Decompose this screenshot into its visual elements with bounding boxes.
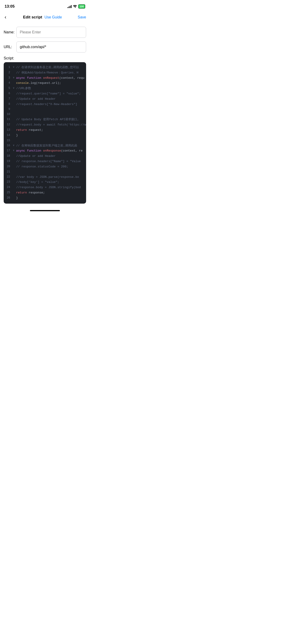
line-code: //var body = JSON.parse(response.bo	[16, 175, 86, 180]
code-line: 3∨async function onRequest(context, requ	[4, 76, 86, 81]
line-number: 2	[4, 70, 13, 75]
line-code: return request;	[16, 128, 86, 133]
code-line: 20 // response.statusCode = 200;	[4, 164, 86, 170]
code-line: 11 // Update Body 使用fetch API请求接口,	[4, 117, 86, 122]
url-label: URL:	[4, 45, 16, 49]
line-code: //Update or add Header	[16, 154, 86, 159]
line-code: async function onResponse(context, re	[16, 148, 86, 154]
line-number: 11	[4, 117, 13, 122]
url-input[interactable]	[16, 42, 86, 52]
line-toggle[interactable]: ∨	[13, 76, 16, 80]
code-line: 16∨// 在将响应数据发送到客户端之前,调用此函	[4, 143, 86, 148]
code-line: 7 //Update or add Header	[4, 96, 86, 102]
back-button[interactable]: ‹	[4, 13, 7, 21]
code-line: 5∨ //URL参数	[4, 86, 86, 91]
line-number: 20	[4, 164, 13, 169]
form-section: Name: URL: Script:	[0, 24, 90, 60]
code-line: 22 //var body = JSON.parse(response.bo	[4, 174, 86, 180]
code-content: 1∨// 在请求到达服务器之前,调用此函数,您可以2// 例如Add/Updat…	[4, 62, 86, 204]
code-line: 26}	[4, 196, 86, 201]
line-code: //request.queries["name"] = "value";	[16, 92, 86, 96]
use-guide-link[interactable]: Use Guide	[44, 15, 62, 19]
nav-center: Edit script Use Guide	[7, 15, 78, 20]
line-number: 26	[4, 196, 13, 200]
code-line: 12 //request.body = await fetch('https:/…	[4, 122, 86, 128]
line-toggle[interactable]: ∨	[13, 65, 16, 69]
line-code: console.log(request.url);	[16, 81, 86, 86]
line-number: 18	[4, 154, 13, 158]
code-line: 21	[4, 170, 86, 174]
line-code: // 例如Add/Update/Remove：Queries、H	[16, 70, 86, 75]
line-number: 24	[4, 185, 13, 190]
code-line: 19 // response.headers["Name"] = "Value	[4, 159, 86, 164]
line-number: 15	[4, 138, 13, 143]
code-editor[interactable]: 1∨// 在请求到达服务器之前,调用此函数,您可以2// 例如Add/Updat…	[4, 62, 86, 204]
line-number: 4	[4, 81, 13, 85]
url-row: URL:	[4, 42, 86, 52]
code-line: 13 return request;	[4, 128, 86, 133]
script-label: Script:	[4, 56, 86, 60]
code-line: 10	[4, 112, 86, 117]
line-number: 16	[4, 144, 13, 148]
line-code: return response;	[16, 190, 86, 195]
name-input[interactable]	[16, 27, 86, 38]
line-number: 9	[4, 107, 13, 112]
line-code: // Update Body 使用fetch API请求接口,	[16, 117, 86, 122]
code-line: 15	[4, 138, 86, 143]
signal-icon	[68, 5, 72, 8]
home-indicator	[0, 208, 90, 214]
line-code: }	[16, 133, 86, 138]
battery-indicator: 100	[78, 4, 85, 8]
line-number: 5	[4, 86, 13, 90]
line-code: //request.headers["X-New-Headers"]	[16, 102, 86, 107]
code-line: 14}	[4, 133, 86, 138]
line-number: 22	[4, 175, 13, 179]
code-line: 17∨async function onResponse(context, re	[4, 148, 86, 154]
line-number: 13	[4, 128, 13, 132]
line-toggle[interactable]: ∨	[13, 148, 16, 153]
code-line: 25 return response;	[4, 190, 86, 196]
home-bar	[30, 210, 60, 211]
line-number: 10	[4, 112, 13, 116]
code-line: 4 console.log(request.url);	[4, 80, 86, 86]
line-number: 14	[4, 133, 13, 138]
code-line: 24 //response.body = JSON.stringify(bod	[4, 185, 86, 190]
line-code: //response.body = JSON.stringify(bod	[16, 185, 86, 190]
line-code: // 在请求到达服务器之前,调用此函数,您可以	[16, 65, 86, 70]
code-line: 1∨// 在请求到达服务器之前,调用此函数,您可以	[4, 65, 86, 70]
line-number: 6	[4, 92, 13, 96]
line-code: // response.statusCode = 200;	[16, 164, 86, 169]
code-line: 8 //request.headers["X-New-Headers"]	[4, 102, 86, 107]
name-row: Name:	[4, 27, 86, 38]
line-code: //URL参数	[16, 86, 86, 91]
line-number: 25	[4, 190, 13, 195]
code-line: 2// 例如Add/Update/Remove：Queries、H	[4, 70, 86, 76]
line-number: 3	[4, 76, 13, 80]
line-number: 23	[4, 180, 13, 184]
code-line: 9	[4, 107, 86, 112]
line-toggle[interactable]: ∨	[13, 86, 16, 90]
code-line: 23 //body['key'] = "value";	[4, 180, 86, 185]
line-code: // response.headers["Name"] = "Value	[16, 159, 86, 164]
line-number: 7	[4, 97, 13, 101]
code-line: 18 //Update or add Header	[4, 154, 86, 159]
line-number: 19	[4, 159, 13, 164]
line-code: //Update or add Header	[16, 97, 86, 102]
line-number: 8	[4, 102, 13, 106]
status-icons: 100	[68, 4, 85, 8]
line-code: //body['key'] = "value";	[16, 180, 86, 185]
line-toggle[interactable]: ∨	[13, 144, 16, 148]
line-code: }	[16, 196, 86, 200]
line-code: async function onRequest(context, requ	[16, 76, 86, 80]
line-code: // 在将响应数据发送到客户端之前,调用此函	[16, 144, 86, 148]
line-number: 1	[4, 65, 13, 70]
code-line: 6 //request.queries["name"] = "value";	[4, 91, 86, 96]
line-code: //request.body = await fetch('https://w	[16, 122, 86, 127]
line-number: 21	[4, 170, 13, 174]
status-time: 13:05	[4, 4, 14, 9]
save-button[interactable]: Save	[78, 15, 86, 19]
line-number: 17	[4, 148, 13, 153]
status-bar: 13:05 100	[0, 0, 90, 12]
page-title: Edit script	[23, 15, 42, 20]
line-number: 12	[4, 122, 13, 127]
